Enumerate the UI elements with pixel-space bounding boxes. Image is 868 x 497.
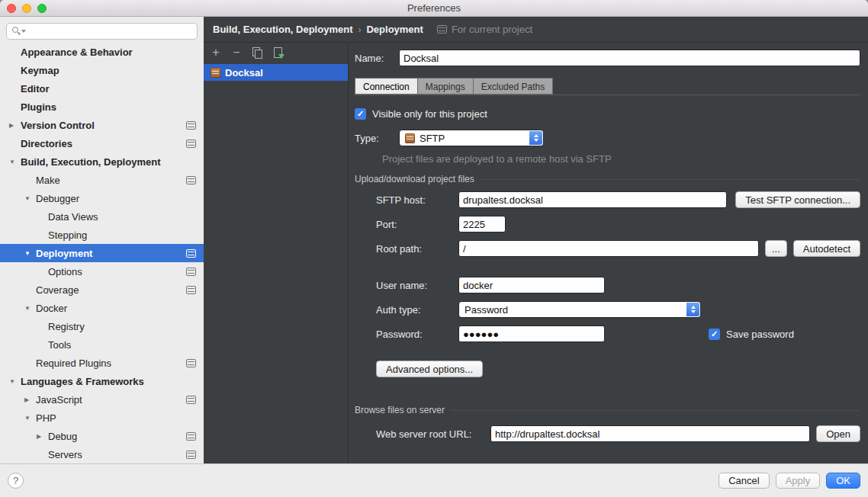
chevron-down-icon[interactable]: ▼	[9, 378, 19, 385]
sidebar-item-coverage[interactable]: Coverage	[0, 281, 204, 299]
sidebar-item-label: Tools	[48, 339, 71, 351]
password-input[interactable]	[458, 325, 605, 342]
search-field-wrap	[6, 23, 198, 40]
sidebar-item-javascript[interactable]: ▶JavaScript	[0, 390, 204, 409]
import-icon[interactable]	[272, 47, 283, 58]
sidebar-item-label: Deployment	[36, 248, 92, 259]
sidebar-item-required-plugins[interactable]: Required Plugins	[0, 354, 204, 372]
chevron-down-icon[interactable]: ▼	[24, 250, 34, 257]
zoom-window-button[interactable]	[37, 4, 47, 13]
sidebar-item-editor[interactable]: Editor	[0, 79, 204, 98]
sidebar-item-label: Data Views	[48, 211, 98, 223]
tab-excluded-paths[interactable]: Excluded Paths	[474, 78, 553, 95]
upload-section-header: Upload/download project files	[355, 174, 860, 184]
web-root-url-input[interactable]	[490, 425, 810, 442]
apply-button[interactable]: Apply	[776, 473, 821, 489]
sidebar-item-version-control[interactable]: ▶Version Control	[0, 116, 204, 134]
chevron-right-icon[interactable]: ▶	[24, 396, 34, 403]
sidebar-item-label: PHP	[36, 412, 56, 424]
name-input[interactable]	[399, 50, 860, 66]
chevron-down-icon[interactable]: ▼	[24, 195, 34, 202]
test-sftp-connection-button[interactable]: Test SFTP connection...	[735, 191, 860, 208]
open-button[interactable]: Open	[816, 425, 860, 442]
server-list: Docksal	[204, 63, 348, 463]
sidebar-item-appearance-behavior[interactable]: Appearance & Behavior	[0, 43, 204, 61]
visible-only-checkbox[interactable]: ✓	[355, 108, 366, 120]
cancel-button[interactable]: Cancel	[719, 473, 769, 489]
autodetect-button[interactable]: Autodetect	[793, 240, 860, 257]
sftp-host-input[interactable]	[458, 191, 727, 208]
advanced-options-button[interactable]: Advanced options...	[376, 361, 483, 377]
web-root-url-label: Web server root URL:	[376, 428, 484, 440]
search-options-chevron-icon[interactable]	[21, 30, 26, 33]
sftp-host-label: SFTP host:	[376, 194, 452, 206]
sidebar-item-php[interactable]: ▼PHP	[0, 409, 204, 427]
remove-icon[interactable]: −	[231, 47, 242, 58]
breadcrumb-section[interactable]: Build, Execution, Deployment	[213, 24, 352, 35]
minimize-window-button[interactable]	[22, 4, 31, 13]
sidebar-item-directories[interactable]: Directories	[0, 134, 204, 152]
sidebar-item-label: Docker	[36, 303, 67, 314]
chevron-down-icon[interactable]: ▼	[24, 305, 34, 312]
ok-button[interactable]: OK	[826, 473, 860, 489]
chevron-down-icon[interactable]: ▼	[24, 415, 34, 422]
sidebar-item-plugins[interactable]: Plugins	[0, 98, 204, 116]
help-button[interactable]: ?	[8, 473, 24, 489]
titlebar[interactable]: Preferences	[0, 0, 868, 17]
save-password-checkbox[interactable]: ✓	[709, 329, 720, 340]
root-path-input[interactable]	[458, 240, 759, 257]
sidebar-item-label: Make	[36, 175, 60, 186]
server-item-label: Docksal	[225, 67, 263, 79]
dropdown-stepper-icon[interactable]	[686, 303, 699, 316]
sidebar-item-keymap[interactable]: Keymap	[0, 61, 204, 79]
auth-type-select[interactable]: Password	[458, 301, 701, 318]
user-name-input[interactable]	[458, 277, 605, 293]
dropdown-stepper-icon[interactable]	[529, 131, 542, 145]
breadcrumb-current: Deployment	[366, 24, 423, 35]
search-input[interactable]	[6, 23, 198, 40]
sidebar-item-label: Options	[48, 266, 82, 277]
sidebar-item-data-views[interactable]: Data Views	[0, 207, 204, 226]
checkmark-icon: ✓	[357, 110, 364, 118]
per-project-settings-icon	[186, 249, 196, 258]
sidebar-item-docker[interactable]: ▼Docker	[0, 299, 204, 317]
sidebar-item-servers[interactable]: Servers	[0, 445, 204, 463]
tab-connection[interactable]: Connection	[355, 78, 418, 95]
sidebar-item-make[interactable]: Make	[0, 171, 204, 189]
scope-label: For current project	[452, 24, 532, 35]
sidebar-item-tools[interactable]: Tools	[0, 335, 204, 354]
sftp-server-icon	[211, 68, 220, 78]
browse-root-path-button[interactable]: ...	[765, 240, 787, 257]
sidebar-item-debug[interactable]: ▶Debug	[0, 427, 204, 445]
sidebar-item-label: Required Plugins	[36, 358, 111, 369]
sidebar-item-registry[interactable]: Registry	[0, 317, 204, 335]
copy-icon[interactable]	[252, 47, 262, 58]
per-project-settings-icon	[186, 139, 196, 148]
sidebar-item-languages-frameworks[interactable]: ▼Languages & Frameworks	[0, 372, 204, 390]
sidebar-item-label: Build, Execution, Deployment	[21, 156, 160, 168]
per-project-settings-icon	[186, 451, 196, 459]
close-window-button[interactable]	[7, 4, 16, 13]
settings-sidebar: Appearance & BehaviorKeymapEditorPlugins…	[0, 17, 204, 463]
chevron-down-icon[interactable]: ▼	[9, 159, 19, 165]
upload-section-label: Upload/download project files	[355, 174, 474, 184]
sidebar-item-options[interactable]: Options	[0, 262, 204, 281]
sidebar-item-label: Directories	[21, 138, 72, 149]
chevron-right-icon[interactable]: ▶	[9, 122, 19, 129]
type-label: Type:	[355, 133, 393, 144]
add-icon[interactable]: +	[211, 47, 221, 58]
type-select[interactable]: SFTP	[399, 130, 544, 146]
sidebar-item-debugger[interactable]: ▼Debugger	[0, 189, 204, 207]
port-input[interactable]	[458, 216, 506, 232]
chevron-right-icon[interactable]: ▶	[37, 433, 47, 440]
name-label: Name:	[355, 53, 393, 64]
sidebar-item-deployment[interactable]: ▼Deployment	[0, 244, 204, 262]
sidebar-item-build-execution-deployment[interactable]: ▼Build, Execution, Deployment	[0, 152, 204, 171]
per-project-settings-icon	[186, 359, 196, 367]
server-list-toolbar: +−	[204, 43, 348, 63]
connection-tabs: ConnectionMappingsExcluded Paths	[355, 78, 860, 95]
tab-mappings[interactable]: Mappings	[418, 78, 474, 95]
sidebar-item-stepping[interactable]: Stepping	[0, 226, 204, 244]
browse-section-header: Browse files on server	[355, 405, 860, 415]
server-list-item-docksal[interactable]: Docksal	[204, 64, 348, 81]
